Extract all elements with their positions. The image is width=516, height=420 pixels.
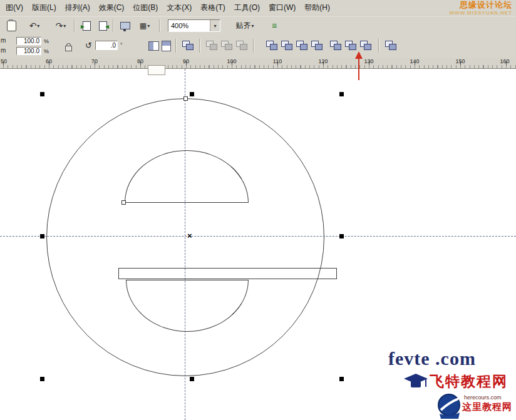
menu-bitmaps[interactable]: 位图(B) (128, 0, 162, 16)
menu-window[interactable]: 窗口(W) (264, 0, 300, 16)
grid-icon: ▦ (140, 22, 147, 29)
menu-bar: 图(V) 版面(L) 排列(A) 效果(C) 位图(B) 文本(X) 表格(T)… (0, 0, 516, 16)
lock-icon (65, 46, 72, 51)
application-launcher-button[interactable]: ▦ ▾ (135, 18, 154, 33)
wrap-text-button[interactable] (182, 40, 194, 51)
group-button[interactable] (205, 40, 218, 51)
front-minus-back-button[interactable] (329, 40, 342, 51)
mirror-vertical-button[interactable] (160, 41, 172, 51)
ruler-number: 90 (183, 58, 189, 64)
clipboard-icon (7, 21, 16, 31)
drawing-canvas[interactable]: × fevte .com 飞特教程网 herecours.com 这里教程网 (0, 69, 516, 420)
ruler-number: 150 (455, 58, 465, 64)
ruler-origin-tab (148, 65, 165, 75)
paste-button[interactable] (4, 18, 19, 33)
group-icon (205, 40, 218, 51)
curve-node-circle-top[interactable] (183, 96, 188, 101)
selection-handle-bottom-left[interactable] (40, 377, 44, 381)
selection-handle-top-center[interactable] (190, 92, 194, 96)
ungroup-all-button[interactable] (235, 40, 248, 51)
percent-label-top: % (44, 38, 49, 44)
menu-arrange[interactable]: 排列(A) (61, 0, 95, 16)
import-button[interactable] (79, 18, 94, 33)
menu-layout[interactable]: 版面(L) (28, 0, 61, 16)
simplify-icon (311, 40, 323, 51)
annotation-arrow (353, 51, 364, 81)
menu-tools[interactable]: 工具(O) (230, 0, 264, 16)
partner-logo-icon (437, 392, 462, 420)
ruler-number: 140 (410, 58, 419, 64)
redo-dropdown-arrow-icon: ▾ (63, 23, 66, 29)
ruler-number: 120 (318, 58, 328, 64)
menu-help[interactable]: 帮助(H) (300, 0, 334, 16)
export-button[interactable] (95, 18, 110, 33)
propbar-separator (378, 39, 379, 53)
fevte-cap-logo-icon (403, 373, 428, 392)
zoom-level-value: 400% (168, 22, 210, 29)
options-list-icon: ≡ (272, 21, 277, 30)
ruler-number: 80 (137, 58, 143, 64)
propbar-separator (199, 39, 200, 53)
zoom-level-combobox[interactable]: 400% ▾ (168, 19, 220, 32)
undo-button[interactable]: ↶ ▾ (24, 18, 45, 33)
snap-to-dropdown[interactable]: 贴齐 ▾ (228, 18, 262, 33)
ungroup-all-icon (235, 40, 248, 51)
scale-width-field[interactable]: 100.0 (16, 37, 41, 45)
toolbar-separator (74, 19, 75, 32)
selection-handle-bottom-center[interactable] (190, 377, 194, 381)
selection-handle-mid-right[interactable] (339, 234, 344, 238)
outer-circle-shape[interactable] (46, 98, 324, 376)
percent-label-bottom: % (44, 48, 49, 54)
redo-icon: ↷ (56, 21, 63, 30)
rotation-angle-field[interactable]: .0 (95, 41, 118, 50)
front-minus-back-icon (329, 40, 342, 51)
create-boundary-icon (359, 40, 372, 51)
mirror-horizontal-button[interactable] (148, 41, 160, 51)
selection-handle-top-right[interactable] (339, 92, 344, 96)
undo-icon: ↶ (29, 21, 37, 30)
menu-view[interactable]: 图(V) (1, 0, 28, 16)
crossbar-rectangle-shape[interactable] (118, 268, 337, 279)
ruler-number: 130 (364, 58, 373, 64)
ruler-number: 100 (227, 58, 236, 64)
simplify-button[interactable] (311, 40, 323, 51)
convert-to-curves-button[interactable] (384, 40, 397, 51)
selection-center-mark[interactable]: × (187, 232, 192, 240)
redo-button[interactable]: ↷ ▾ (50, 18, 71, 33)
mirror-vertical-icon (162, 41, 171, 51)
ungroup-icon (220, 40, 233, 51)
scale-height-field[interactable]: 100.0 (16, 47, 41, 55)
curve-node-arc-left[interactable] (121, 200, 126, 205)
selection-handle-bottom-right[interactable] (339, 377, 344, 381)
intersect-button[interactable] (296, 40, 308, 51)
weld-icon (266, 40, 278, 51)
ungroup-button[interactable] (220, 40, 233, 51)
weld-button[interactable] (266, 40, 278, 51)
forum-branding: 思缘设计论坛 WWW.MISSYUAN.NET (450, 1, 512, 16)
create-boundary-button[interactable] (359, 40, 372, 51)
ruler-number: 60 (46, 58, 52, 64)
scale-lock-button[interactable] (63, 39, 74, 52)
menu-effects[interactable]: 效果(C) (95, 0, 129, 16)
forum-url: WWW.MISSYUAN.NET (450, 11, 512, 16)
mirror-horizontal-icon (148, 41, 159, 51)
horizontal-ruler[interactable]: 50 60 70 80 90 100 110 120 130 140 150 1… (0, 58, 516, 69)
welcome-screen-button[interactable] (118, 18, 133, 33)
wrap-text-icon (182, 40, 194, 51)
unit-label-y: m (1, 47, 6, 54)
trim-button[interactable] (281, 40, 293, 51)
selection-handle-mid-left[interactable] (40, 234, 44, 238)
standard-toolbar: ↶ ▾ ↷ ▾ ▦ ▾ 400% ▾ 贴齐 ▾ ≡ (0, 16, 516, 36)
fevte-site-name: 飞特教程网 (430, 372, 508, 391)
selection-handle-top-left[interactable] (40, 92, 44, 96)
property-bar: m m 100.0 % 100.0 % ↺ .0 ° (0, 34, 516, 58)
options-button[interactable]: ≡ (267, 18, 282, 33)
ruler-number: 110 (273, 58, 282, 64)
zoom-dropdown-arrow-icon[interactable]: ▾ (210, 20, 220, 31)
toolbar-separator (159, 19, 160, 32)
menu-text[interactable]: 文本(X) (162, 0, 196, 16)
ruler-number: 70 (91, 58, 98, 64)
back-minus-front-button[interactable] (344, 40, 357, 51)
menu-table[interactable]: 表格(T) (196, 0, 229, 16)
partner-url: herecours.com (464, 394, 502, 401)
